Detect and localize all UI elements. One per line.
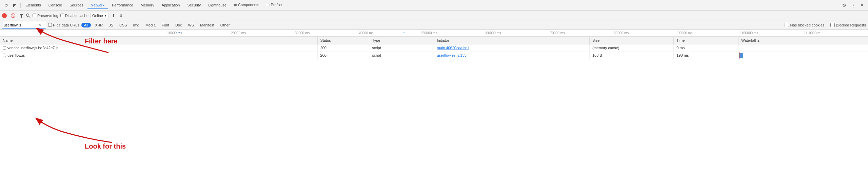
clear-icon[interactable]: 🚫 (9, 12, 17, 20)
svg-point-1 (26, 14, 29, 16)
status-cell-0: 200 (317, 44, 369, 52)
timeline-label-5: 60000 ms (485, 31, 549, 35)
time-cell-0: 0 ms (674, 44, 738, 52)
status-cell-1: 200 (317, 52, 369, 59)
filter-js-btn[interactable]: JS (107, 23, 115, 27)
type-cell-1: script (369, 52, 434, 59)
table-row[interactable]: userflow.js 200 script userflow.es.js:13… (0, 52, 868, 59)
network-table-container: Name Status Type Initiator Size (0, 37, 868, 59)
filter-media-btn[interactable]: Media (143, 23, 158, 27)
timeline-label-2: 30000 ms (294, 31, 357, 35)
initiator-cell-1: userflow.es.js:133 (434, 52, 590, 59)
tab-application[interactable]: Application (158, 2, 183, 9)
more-icon[interactable]: ⋮ (849, 1, 857, 9)
col-name[interactable]: Name (0, 37, 317, 44)
filter-toolbar: ✕ Hide data URLs All XHR JS CSS Img Medi… (0, 20, 868, 30)
network-table: Name Status Type Initiator Size (0, 37, 868, 59)
tab-security[interactable]: Security (184, 2, 204, 9)
has-blocked-cookies-label: Has blocked cookies (790, 23, 824, 27)
filter-input-wrap[interactable]: ✕ (2, 22, 46, 28)
col-status[interactable]: Status (317, 37, 369, 44)
disable-cache-checkbox[interactable]: Disable cache (60, 14, 88, 18)
undock-icon[interactable]: ✕ (858, 1, 866, 9)
tab-elements[interactable]: Elements (22, 2, 44, 9)
tab-separator-1 (20, 3, 21, 8)
timeline-label-8: 90000 ms (677, 31, 741, 35)
devtools-panel: ↺ ◤ Elements Console Sources Network Per… (0, 0, 868, 173)
timeline-label-4: 50000 ms (421, 31, 485, 35)
preserve-log-checkbox[interactable]: Preserve log (33, 14, 58, 18)
search-icon[interactable] (26, 13, 31, 18)
col-time[interactable]: Time (674, 37, 738, 44)
initiator-link-0[interactable]: main.40620cda.js:1 (437, 46, 469, 50)
blocked-requests-checkbox[interactable]: Blocked Requests (830, 23, 866, 27)
col-waterfall[interactable]: Waterfall ▲ (738, 37, 868, 44)
filter-img-btn[interactable]: Img (131, 23, 141, 27)
time-cell-1: 198 ms (674, 52, 738, 59)
size-cell-0: (memory cache) (589, 44, 673, 52)
timeline-label-1: 20000 ms (230, 31, 294, 35)
size-cell-1: 163 B (589, 52, 673, 59)
settings-icon[interactable]: ⚙ (840, 1, 848, 9)
filter-clear-icon[interactable]: ✕ (38, 23, 41, 27)
blocked-requests-input[interactable] (830, 23, 835, 27)
name-cell-0: vendor.userflow.js.be2e42e7.js (0, 44, 317, 52)
network-toolbar: 🚫 Preserve log Disable cache Online ▼ ⬆ … (0, 11, 868, 20)
back-icon[interactable]: ↺ (2, 1, 10, 9)
hide-data-urls-input[interactable] (48, 23, 52, 27)
row-checkbox-1[interactable] (3, 54, 6, 57)
filter-xhr-btn[interactable]: XHR (93, 23, 105, 27)
throttle-select[interactable]: Online ▼ (91, 13, 109, 18)
timeline-label-3: 40000 ms (358, 31, 421, 35)
record-icon[interactable] (2, 13, 7, 18)
filter-font-btn[interactable]: Font (160, 23, 171, 27)
filter-icon[interactable] (19, 13, 24, 18)
hide-data-urls-label: Hide data URLs (53, 23, 79, 27)
tab-network[interactable]: Network (87, 2, 108, 9)
table-header-row: Name Status Type Initiator Size (0, 37, 868, 44)
filter-doc-btn[interactable]: Doc (173, 23, 184, 27)
col-size[interactable]: Size (589, 37, 673, 44)
filter-input[interactable] (4, 23, 38, 27)
col-initiator[interactable]: Initiator (434, 37, 590, 44)
disable-cache-input[interactable] (60, 14, 64, 17)
preserve-log-input[interactable] (33, 14, 36, 17)
name-cell-1: userflow.js (0, 52, 317, 59)
has-blocked-cookies-input[interactable] (785, 23, 789, 27)
tab-memory[interactable]: Memory (137, 2, 158, 9)
timeline-label-6: 70000 ms (549, 31, 613, 35)
import-icon[interactable]: ⬆ (111, 13, 116, 18)
row-name-1: userflow.js (7, 53, 25, 57)
filter-ws-btn[interactable]: WS (186, 23, 196, 27)
filter-all-btn[interactable]: All (81, 23, 91, 27)
preserve-log-label: Preserve log (37, 14, 58, 18)
disable-cache-label: Disable cache (65, 14, 88, 18)
row-checkbox-0[interactable] (3, 46, 6, 50)
tab-profiler[interactable]: ⊞ Profiler (263, 1, 286, 9)
filter-other-btn[interactable]: Other (218, 23, 232, 27)
tab-console[interactable]: Console (45, 2, 65, 9)
svg-marker-0 (19, 14, 23, 18)
waterfall-cell-0 (738, 44, 868, 52)
dock-icon[interactable]: ◤ (11, 1, 19, 9)
export-icon[interactable]: ⬇ (118, 13, 124, 18)
table-row[interactable]: vendor.userflow.js.be2e42e7.js 200 scrip… (0, 44, 868, 52)
timeline-label-0: 10000 ms (166, 31, 230, 35)
tab-sources[interactable]: Sources (66, 2, 86, 9)
row-name-0: vendor.userflow.js.be2e42e7.js (7, 46, 58, 50)
filter-manifest-btn[interactable]: Manifest (198, 23, 216, 27)
timeline-label-10: 110000 m (804, 31, 868, 35)
tab-lighthouse[interactable]: Lighthouse (205, 2, 230, 9)
timeline-label-7: 80000 ms (613, 31, 676, 35)
col-type[interactable]: Type (369, 37, 434, 44)
look-for-arrow (27, 109, 122, 156)
tab-performance[interactable]: Performance (108, 2, 137, 9)
filter-css-btn[interactable]: CSS (117, 23, 129, 27)
look-for-this-annotation: Look for this (85, 142, 126, 150)
tab-components[interactable]: ⊞ Components (231, 1, 262, 9)
timeline-labels: 10000 ms 20000 ms 30000 ms 40000 ms 5000… (0, 31, 868, 35)
initiator-link-1[interactable]: userflow.es.js:133 (437, 53, 466, 57)
hide-data-urls-checkbox[interactable]: Hide data URLs (48, 23, 79, 27)
has-blocked-cookies-checkbox[interactable]: Has blocked cookies (785, 23, 824, 27)
online-label: Online (92, 14, 103, 18)
